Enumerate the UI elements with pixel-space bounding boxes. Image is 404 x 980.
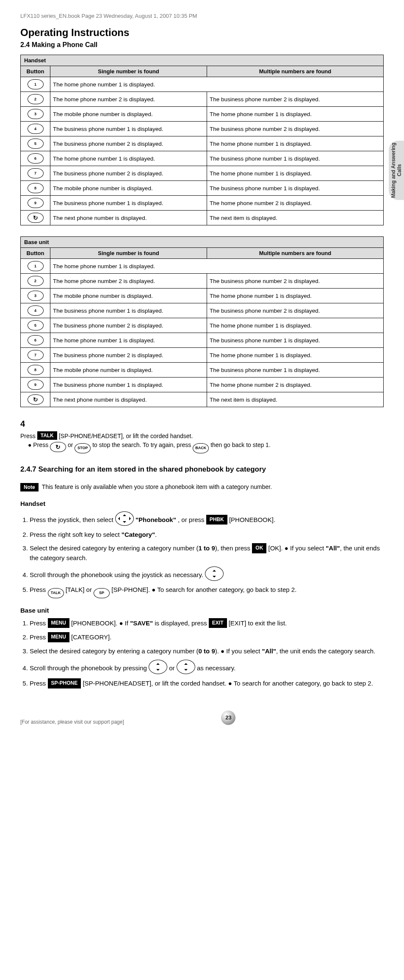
joystick-icon [115, 511, 134, 526]
button-table-handset: Handset Button Single number is found Mu… [20, 55, 384, 225]
table-row: 4The business phone number 1 is displaye… [21, 122, 384, 136]
list-item: Select the desired category by entering … [30, 647, 384, 656]
th-button: Button [21, 248, 50, 259]
table-row: 4The business phone number 1 is displaye… [21, 303, 384, 318]
footer-note: [For assistance, please visit our suppor… [20, 719, 124, 725]
key-8-icon: 8 [28, 365, 44, 375]
doc-title: Operating Instructions [20, 27, 384, 39]
table-row: 3The mobile phone number is displayed.Th… [21, 107, 384, 122]
list-item: Press the right soft key to select "Cate… [30, 530, 384, 539]
table-row: 3The mobile phone number is displayed.Th… [21, 289, 384, 303]
section-2-4-7-heading: 2.4.7 Searching for an item stored in th… [20, 465, 384, 474]
th-single: Single number is found [50, 248, 207, 259]
key-6-icon: 6 [28, 335, 44, 345]
table-row: 5The business phone number 2 is displaye… [21, 318, 384, 333]
menu-button: MENU [48, 632, 69, 642]
key-3-icon: 3 [28, 109, 44, 119]
th-multi: Multiple numbers are found [207, 66, 384, 77]
nav-down-icon [177, 660, 195, 674]
table1-mode: Handset [21, 55, 384, 66]
button-table-base: Base unit Button Single number is found … [20, 236, 384, 407]
page-footer: [For assistance, please visit our suppor… [20, 711, 384, 737]
th-button: Button [21, 66, 50, 77]
back-key-icon: BACK [193, 443, 209, 453]
table-row: ↻The next phone number is displayed.The … [21, 211, 384, 225]
th-multi: Multiple numbers are found [207, 248, 384, 259]
table2-mode: Base unit [21, 237, 384, 248]
step-4-bullet: ● Press ↻ or STOP to stop the search. To… [28, 441, 384, 453]
ok-button: OK [252, 543, 266, 553]
list-item: Press MENU [CATEGORY]. [30, 632, 384, 642]
handset-steps: Press the joystick, then select "Phonebo… [20, 511, 384, 598]
exit-button: EXIT [209, 618, 227, 628]
table-row: 6The home phone number 1 is displayed.Th… [21, 333, 384, 348]
key-3-icon: 3 [28, 291, 44, 301]
nav-up-down-icon [205, 566, 224, 581]
page-header: LFX110 series_EN.book Page 23 Wednesday,… [20, 13, 384, 19]
side-tab: Making and Answering Calls [389, 141, 404, 200]
key-7-icon: 7 [28, 168, 44, 178]
key-9-icon: 9 [28, 198, 44, 208]
key-2-icon: 2 [28, 94, 44, 104]
list-item: Scroll through the phonebook using the j… [30, 566, 384, 581]
table-row: 5The business phone number 2 is displaye… [21, 136, 384, 151]
base-unit-label: Base unit [20, 607, 384, 614]
key-4-icon: 4 [28, 305, 44, 316]
step-4-heading: 4 [20, 419, 384, 429]
table-row: 8The mobile phone number is displayed.Th… [21, 181, 384, 196]
table-row: 1The home phone number 1 is displayed. [21, 77, 384, 92]
base-unit-steps: Press MENU [PHONEBOOK]. ● If "SAVE" is d… [20, 618, 384, 688]
key-5-icon: 5 [28, 139, 44, 149]
sp-key-icon: SP [94, 588, 110, 598]
page-number-sphere: 23 [221, 711, 235, 725]
refresh-icon: ↻ [50, 442, 66, 452]
key-6-icon: 6 [28, 153, 44, 164]
stop-key-icon: STOP [75, 443, 91, 453]
table-row: 9The business phone number 1 is displaye… [21, 196, 384, 211]
handset-label: Handset [20, 500, 384, 507]
table-row: 1The home phone number 1 is displayed. [21, 259, 384, 274]
key-2-icon: 2 [28, 276, 44, 286]
key-1-icon: 1 [28, 261, 44, 271]
table-row: 7The business phone number 2 is displaye… [21, 166, 384, 181]
key-5-icon: 5 [28, 320, 44, 330]
refresh-icon: ↻ [28, 394, 44, 405]
talk-key-icon: TALK [48, 588, 64, 598]
table-row: 2The home phone number 2 is displayed.Th… [21, 274, 384, 289]
list-item: Press TALK [TALK] or SP [SP-PHONE]. ● To… [30, 585, 384, 598]
table-row: 7The business phone number 2 is displaye… [21, 348, 384, 363]
menu-button: MENU [48, 618, 69, 628]
table-row: 8The mobile phone number is displayed.Th… [21, 363, 384, 378]
table-row: 6The home phone number 1 is displayed.Th… [21, 151, 384, 166]
sp-phone-button: SP-PHONE [48, 678, 81, 688]
key-8-icon: 8 [28, 183, 44, 193]
list-item: Scroll through the phonebook by pressing… [30, 660, 384, 674]
step-4-text: Press TALK [SP-PHONE/HEADSET], or lift t… [20, 431, 384, 440]
key-9-icon: 9 [28, 380, 44, 390]
sp-phone-button: TALK [37, 431, 57, 440]
key-1-icon: 1 [28, 79, 44, 89]
table-row: 2The home phone number 2 is displayed.Th… [21, 92, 384, 107]
table-row: 9The business phone number 1 is displaye… [21, 378, 384, 392]
key-4-icon: 4 [28, 124, 44, 134]
key-7-icon: 7 [28, 350, 44, 360]
th-single: Single number is found [50, 66, 207, 77]
nav-up-icon [149, 660, 167, 674]
phonebook-button: PHBK [206, 515, 227, 525]
note-block: Note This feature is only available when… [20, 483, 384, 491]
table-row: ↻The next phone number is displayed.The … [21, 392, 384, 407]
list-item: Press the joystick, then select "Phonebo… [30, 511, 384, 526]
list-item: Press MENU [PHONEBOOK]. ● If "SAVE" is d… [30, 618, 384, 628]
list-item: Press SP-PHONE [SP-PHONE/HEADSET], or li… [30, 678, 384, 688]
note-label: Note [20, 483, 39, 491]
doc-subtitle: 2.4 Making a Phone Call [20, 41, 384, 49]
refresh-icon: ↻ [28, 213, 44, 223]
list-item: Select the desired category by entering … [30, 543, 384, 562]
